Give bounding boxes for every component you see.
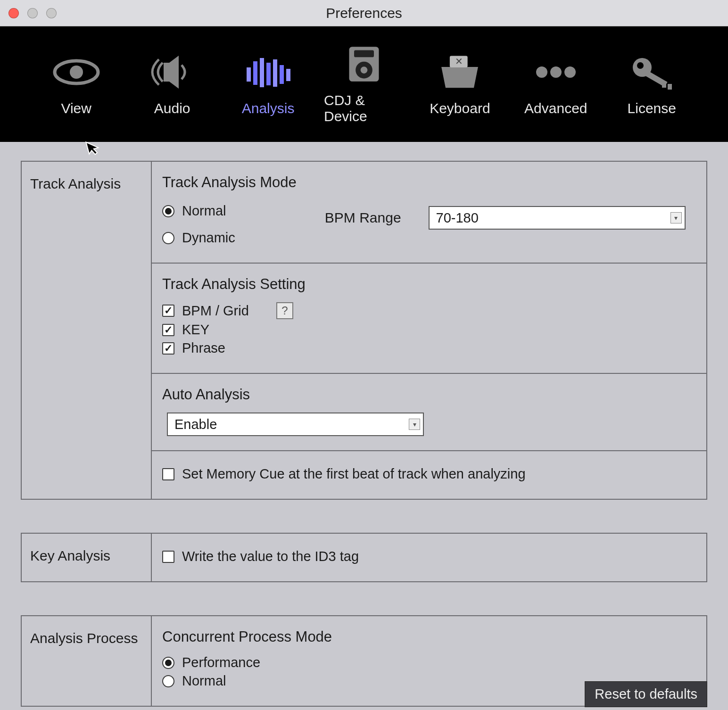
section-title: Track Analysis Setting	[162, 276, 696, 293]
speaker-icon	[149, 52, 196, 92]
radio-label: Normal	[182, 673, 226, 689]
svg-point-13	[361, 66, 368, 74]
device-icon	[340, 44, 388, 84]
tab-label: Analysis	[242, 100, 295, 116]
preferences-tabbar: View Audio Analysis	[0, 26, 728, 142]
checkbox-icon	[162, 551, 174, 563]
panel-side-label: Track Analysis	[22, 162, 152, 499]
dropdown-arrow-icon: ▾	[409, 419, 420, 430]
svg-rect-8	[280, 65, 284, 84]
ellipsis-icon	[532, 52, 579, 92]
checkbox-label: KEY	[182, 322, 209, 338]
svg-marker-14	[442, 66, 479, 87]
titlebar: Preferences	[0, 0, 728, 26]
checkbox-icon	[162, 342, 174, 355]
radio-icon	[162, 205, 174, 217]
svg-text:✕: ✕	[455, 56, 463, 66]
svg-rect-24	[668, 84, 672, 90]
tab-label: Advanced	[524, 100, 587, 116]
svg-rect-11	[354, 50, 374, 57]
svg-point-1	[70, 66, 83, 79]
svg-point-18	[550, 66, 562, 78]
window-title: Preferences	[0, 5, 728, 21]
svg-rect-4	[253, 61, 257, 85]
checkbox-phrase[interactable]: Phrase	[162, 340, 696, 356]
checkbox-icon	[162, 468, 174, 480]
waveform-bars-icon	[245, 52, 292, 92]
radio-mode-dynamic[interactable]: Dynamic	[162, 230, 235, 246]
svg-rect-9	[286, 69, 290, 81]
radio-label: Dynamic	[182, 230, 235, 246]
select-value: Enable	[174, 417, 217, 432]
tab-label: View	[61, 100, 91, 116]
tab-cdj-device[interactable]: CDJ & Device	[324, 44, 404, 124]
tab-label: CDJ & Device	[324, 92, 404, 124]
checkbox-label: Phrase	[182, 340, 225, 356]
checkbox-write-id3[interactable]: Write the value to the ID3 tag	[162, 549, 696, 564]
checkbox-memory-cue[interactable]: Set Memory Cue at the first beat of trac…	[162, 466, 696, 482]
select-value: 70-180	[436, 210, 479, 226]
dropdown-arrow-icon: ▾	[670, 212, 682, 223]
svg-point-19	[564, 66, 576, 78]
keyboard-icon: ✕	[436, 52, 483, 92]
panel-side-label: Key Analysis	[22, 534, 152, 581]
radio-icon	[162, 657, 174, 669]
radio-icon	[162, 232, 174, 244]
panel-key-analysis: Key Analysis Write the value to the ID3 …	[21, 533, 707, 582]
checkbox-label: Write the value to the ID3 tag	[182, 549, 359, 564]
svg-rect-6	[266, 63, 271, 85]
svg-point-17	[536, 66, 547, 78]
key-icon	[628, 52, 675, 92]
tab-analysis[interactable]: Analysis	[228, 52, 308, 116]
tab-label: Keyboard	[430, 100, 490, 116]
checkbox-icon	[162, 324, 174, 336]
tab-audio[interactable]: Audio	[132, 52, 212, 116]
svg-marker-2	[164, 56, 179, 89]
checkbox-label: Set Memory Cue at the first beat of trac…	[182, 466, 526, 482]
help-icon[interactable]: ?	[276, 302, 293, 319]
bpm-range-label: BPM Range	[325, 210, 401, 226]
auto-analysis-select[interactable]: Enable ▾	[167, 413, 424, 436]
svg-marker-25	[86, 140, 99, 156]
section-title: Track Analysis Mode	[162, 174, 696, 191]
svg-rect-5	[260, 58, 264, 87]
eye-icon	[53, 52, 100, 92]
svg-rect-7	[273, 59, 277, 87]
svg-point-21	[637, 62, 644, 69]
checkbox-bpm-grid[interactable]: BPM / Grid ?	[162, 302, 696, 319]
tab-label: Audio	[154, 100, 190, 116]
radio-process-performance[interactable]: Performance	[162, 655, 696, 670]
section-title: Concurrent Process Mode	[162, 628, 696, 645]
radio-icon	[162, 675, 174, 687]
button-label: Reset to defaults	[595, 686, 697, 702]
checkbox-label: BPM / Grid	[182, 303, 249, 319]
tab-label: License	[628, 100, 676, 116]
preferences-content: Track Analysis Track Analysis Mode Norma…	[0, 142, 728, 710]
reset-to-defaults-button[interactable]: Reset to defaults	[585, 681, 707, 707]
radio-mode-normal[interactable]: Normal	[162, 203, 235, 219]
tab-license[interactable]: License	[612, 52, 692, 116]
svg-rect-3	[247, 67, 251, 82]
bpm-range-select[interactable]: 70-180 ▾	[429, 206, 686, 230]
radio-label: Performance	[182, 655, 260, 670]
tab-advanced[interactable]: Advanced	[516, 52, 596, 116]
svg-rect-23	[662, 81, 666, 88]
tab-view[interactable]: View	[36, 52, 116, 116]
section-title: Auto Analysis	[162, 386, 696, 403]
checkbox-icon	[162, 305, 174, 317]
checkbox-key[interactable]: KEY	[162, 322, 696, 338]
radio-label: Normal	[182, 203, 226, 219]
panel-side-label: Analysis Process	[22, 616, 152, 706]
panel-track-analysis: Track Analysis Track Analysis Mode Norma…	[21, 161, 707, 500]
tab-keyboard[interactable]: ✕ Keyboard	[420, 52, 500, 116]
